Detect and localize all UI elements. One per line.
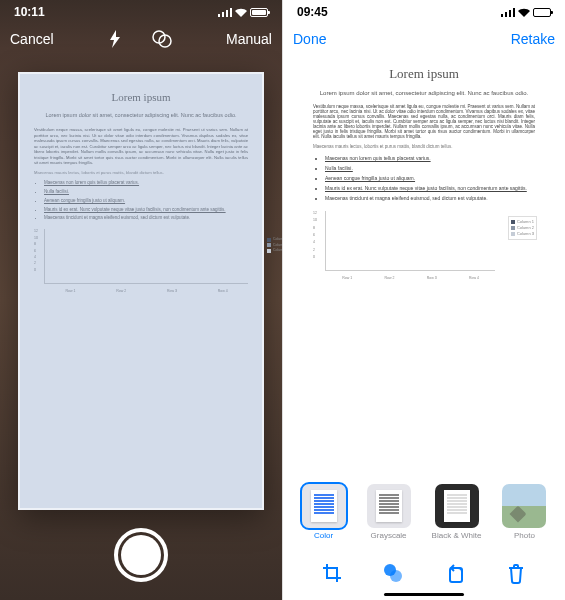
svg-rect-7 [505,12,507,17]
retake-button[interactable]: Retake [511,31,555,47]
delete-button[interactable] [503,560,529,586]
doc-bullet: Maecenas non lorem quis tellus placerat … [44,180,248,186]
doc-bullet: Aenean congue fringilla justo ut aliquam… [325,175,535,181]
filter-button[interactable] [380,560,406,586]
svg-rect-1 [222,12,224,17]
filter-label: Grayscale [371,531,407,540]
doc-lead: Lorem ipsum dolor sit amet, consectetur … [34,112,248,119]
chart-y-axis: 121086420 [34,229,38,272]
doc-bullet: Mauris id ex erat. Nunc vulputate neque … [325,185,535,191]
scan-toolbar: Cancel Manual [0,24,282,54]
cellular-icon [218,8,232,17]
shutter-button[interactable] [114,528,168,582]
rotate-button[interactable] [442,560,468,586]
status-time: 09:45 [297,5,328,19]
svg-rect-9 [513,8,515,17]
doc-chart: 121086420 Column 1Column 2Column 3 [34,229,248,284]
filters-icon[interactable] [152,30,172,48]
chart-legend: Column 1Column 2Column 3 [267,237,282,254]
manual-button[interactable]: Manual [226,31,272,47]
doc-bullet: Maecenas tincidunt et magna eleifend eui… [325,195,535,201]
doc-bullet: Nulla facilisi. [44,189,248,195]
chart-bars [44,229,248,284]
filter-blackwhite-button[interactable]: Black & White [432,484,482,540]
doc-bullet: Mauris id ex erat. Nunc vulputate neque … [44,207,248,213]
flash-icon[interactable] [108,30,122,48]
scan-camera-screen: 10:11 Cancel Manual Lorem ipsum Lorem ip… [0,0,282,600]
wifi-icon [518,8,530,17]
filter-options: Color Grayscale Black & White Photo [283,484,565,540]
doc-p1: Vestibulum neque massa, scelerisque sit … [313,104,535,139]
doc-title: Lorem ipsum [34,90,248,104]
filter-label: Black & White [432,531,482,540]
doc-title: Lorem ipsum [313,66,535,82]
filter-label: Color [314,531,333,540]
edit-toolbar: Done Retake [283,24,565,54]
chart-bars [325,211,495,271]
filter-label: Photo [514,531,535,540]
wifi-icon [235,8,247,17]
scan-edit-screen: 09:45 Done Retake Lorem ipsum Lorem ipsu… [282,0,565,600]
doc-bullet: Aenean congue fringilla justo ut aliquam… [44,198,248,204]
filter-color-button[interactable]: Color [302,484,346,540]
chart-y-axis: 121086420 [313,211,317,259]
scanned-document-preview[interactable]: Lorem ipsum Lorem ipsum dolor sit amet, … [299,54,549,485]
doc-lead: Lorem ipsum dolor sit amet, consectetur … [313,90,535,96]
filter-photo-button[interactable]: Photo [502,484,546,540]
crop-button[interactable] [319,560,345,586]
svg-rect-8 [509,10,511,17]
svg-rect-0 [218,14,220,17]
status-time: 10:11 [14,5,45,19]
doc-bullet: Maecenas non lorem quis tellus placerat … [325,155,535,161]
home-indicator[interactable] [384,593,464,596]
svg-rect-3 [230,8,232,17]
doc-bullet: Maecenas tincidunt et magna eleifend eui… [44,215,248,221]
status-bar: 10:11 [0,0,282,24]
filter-grayscale-button[interactable]: Grayscale [367,484,411,540]
chart-legend: Column 1Column 2Column 3 [508,216,537,240]
edit-actions [283,560,565,586]
detected-document: Lorem ipsum Lorem ipsum dolor sit amet, … [18,72,264,510]
battery-icon [250,8,268,17]
status-icons [218,8,268,17]
done-button[interactable]: Done [293,31,326,47]
doc-p2: Maecenas mauris lectus, lobortis et puru… [34,170,248,175]
camera-viewfinder: Lorem ipsum Lorem ipsum dolor sit amet, … [18,72,264,510]
svg-rect-2 [226,10,228,17]
battery-icon [533,8,551,17]
cancel-button[interactable]: Cancel [10,31,54,47]
doc-bullet: Nulla facilisi. [325,165,535,171]
status-bar: 09:45 [283,0,565,24]
doc-p2: Maecenas mauris lectus, lobortis et puru… [313,144,535,149]
doc-chart: 121086420 Column 1Column 2Column 3 [313,211,535,271]
cellular-icon [501,8,515,17]
svg-rect-6 [501,14,503,17]
svg-point-11 [390,570,402,582]
status-icons [501,8,551,17]
doc-p1: Vestibulum neque massa, scelerisque sit … [34,127,248,165]
